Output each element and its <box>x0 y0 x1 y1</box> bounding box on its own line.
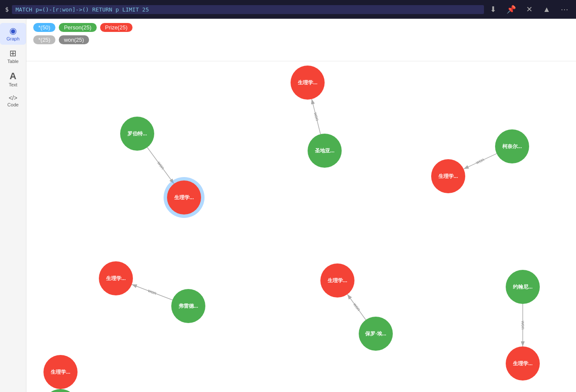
graph-node-n6[interactable]: 生理学... <box>431 159 465 193</box>
svg-line-5 <box>464 154 497 169</box>
node-filter-row: *(50) Person(25) Prize(25) <box>33 23 569 32</box>
graph-node-n12[interactable]: 生理学... <box>506 346 540 381</box>
sidebar-label-text: Text <box>9 82 17 87</box>
filter-prize[interactable]: Prize(25) <box>100 23 133 32</box>
rel-filter-row: *(25) won(25) <box>33 35 569 44</box>
graph-node-n2[interactable]: 圣地亚... <box>308 134 342 168</box>
text-icon: A <box>10 72 17 81</box>
svg-text:won: won <box>521 320 526 329</box>
graph-node-n7[interactable]: 生理学... <box>99 261 133 295</box>
filter-all-rels[interactable]: *(25) <box>33 35 55 44</box>
sidebar-label-code: Code <box>7 102 18 107</box>
download-button[interactable]: ⬇ <box>487 3 499 16</box>
svg-text:won: won <box>352 301 362 312</box>
filter-person[interactable]: Person(25) <box>59 23 96 32</box>
code-icon: </> <box>9 95 17 101</box>
more-button[interactable]: ⋯ <box>558 3 571 16</box>
svg-line-3 <box>147 147 174 183</box>
graph-node-n3[interactable]: 罗伯特... <box>120 117 154 151</box>
graph-node-n5[interactable]: 柯奈尔... <box>495 129 529 163</box>
svg-line-1 <box>312 99 321 134</box>
svg-line-9 <box>347 294 366 320</box>
svg-text:won: won <box>147 288 157 296</box>
graph-node-n8[interactable]: 弗雷德... <box>171 289 205 323</box>
graph-node-n11[interactable]: 约翰尼... <box>506 270 540 304</box>
svg-text:won: won <box>475 157 485 165</box>
sidebar-label-graph: Graph <box>6 36 20 41</box>
filter-won[interactable]: won(25) <box>59 35 89 44</box>
svg-text:won: won <box>156 160 165 170</box>
graph-node-n4[interactable]: 生理学... <box>167 180 201 215</box>
query-input[interactable]: MATCH p=()-[r:won]->() RETURN p LIMIT 25 <box>12 5 484 14</box>
graph-node-n1[interactable]: 生理学... <box>291 66 325 100</box>
sidebar-item-graph[interactable]: ◉ Graph <box>0 23 26 45</box>
sidebar-item-table[interactable]: ⊞ Table <box>0 46 26 67</box>
graph-node-n13[interactable]: 生理学... <box>43 355 78 389</box>
edges-svg: wonwonwonwonwonwon <box>26 61 576 392</box>
top-bar: $ MATCH p=()-[r:won]->() RETURN p LIMIT … <box>0 0 576 19</box>
sidebar: ◉ Graph ⊞ Table A Text </> Code <box>0 19 26 392</box>
graph-node-n9[interactable]: 生理学... <box>320 263 354 298</box>
graph-canvas[interactable]: wonwonwonwonwonwon 生理学...圣地亚...罗伯特...生理学… <box>26 61 576 392</box>
svg-text:won: won <box>313 112 320 121</box>
sidebar-label-table: Table <box>7 59 18 64</box>
graph-node-n10[interactable]: 保罗·埃... <box>359 317 393 351</box>
sidebar-item-text[interactable]: A Text <box>0 68 26 91</box>
filter-all-nodes[interactable]: *(50) <box>33 23 55 32</box>
svg-line-7 <box>132 284 172 300</box>
graph-icon: ◉ <box>9 26 17 35</box>
top-actions: ⬇ 📌 ✕ ▲ ⋯ <box>487 3 571 16</box>
dollar-sign: $ <box>5 6 9 13</box>
close-pane-button[interactable]: ✕ <box>524 3 535 16</box>
filter-bar: *(50) Person(25) Prize(25) *(25) won(25) <box>26 19 576 61</box>
table-icon: ⊞ <box>9 49 17 57</box>
sidebar-item-code[interactable]: </> Code <box>0 92 26 111</box>
collapse-button[interactable]: ▲ <box>540 3 553 16</box>
pin-button[interactable]: 📌 <box>504 3 518 16</box>
graph-node-partial[interactable] <box>43 389 78 392</box>
